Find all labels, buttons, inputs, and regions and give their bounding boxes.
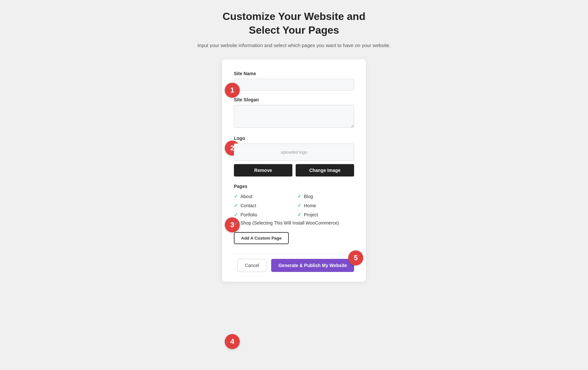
logo-section: 3 Logo uploaded logo Remove Change Image <box>234 136 354 177</box>
site-name-label: Site Name <box>234 71 354 76</box>
check-icon-about: ✓ <box>234 193 238 199</box>
step-4-bubble: 4 <box>225 334 240 349</box>
page-item-project[interactable]: ✓ Project <box>297 212 354 218</box>
page-label-blog: Blog <box>304 194 313 199</box>
check-icon-home: ✓ <box>297 203 302 209</box>
page-header: Customize Your Website and Select Your P… <box>197 10 390 49</box>
form-card: 1 Site Name 2 Site Slogan 3 Logo uploade… <box>222 59 366 282</box>
pages-section: 4 Pages ✓ About ✓ Blog ✓ Contact ✓ Home <box>234 184 354 247</box>
check-icon-project: ✓ <box>297 212 302 218</box>
logo-buttons: Remove Change Image <box>234 164 354 177</box>
page-item-contact[interactable]: ✓ Contact <box>234 203 291 209</box>
page-label-portfolio: Portfolio <box>240 212 257 217</box>
page-item-shop[interactable]: ✓ Shop (Selecting This Will Install WooC… <box>234 220 354 227</box>
step-1-bubble: 1 <box>225 83 240 98</box>
site-slogan-section: 2 Site Slogan <box>234 97 354 129</box>
check-icon-blog: ✓ <box>297 193 302 199</box>
remove-button[interactable]: Remove <box>234 164 292 177</box>
site-slogan-label: Site Slogan <box>234 97 354 102</box>
page-label-shop: Shop (Selecting This Will Install WooCom… <box>240 220 339 226</box>
check-icon-shop: ✓ <box>234 221 238 227</box>
add-custom-page-button[interactable]: Add A Custom Page <box>234 232 289 244</box>
page-title: Customize Your Website and Select Your P… <box>197 10 390 37</box>
page-item-portfolio[interactable]: ✓ Portfolio <box>234 212 291 218</box>
page-label-contact: Contact <box>240 203 256 208</box>
pages-label: Pages <box>234 184 354 189</box>
logo-preview-text: uploaded logo <box>281 150 307 155</box>
change-image-button[interactable]: Change Image <box>296 164 354 177</box>
page-subtitle: Input your website information and selec… <box>197 42 390 49</box>
cancel-button[interactable]: Cancel <box>237 259 267 272</box>
step-5-bubble: 5 <box>348 250 363 265</box>
page-item-home[interactable]: ✓ Home <box>297 203 354 209</box>
page-item-blog[interactable]: ✓ Blog <box>297 193 354 199</box>
form-card-wrapper: 1 Site Name 2 Site Slogan 3 Logo uploade… <box>222 56 366 282</box>
site-name-section: 1 Site Name <box>234 71 354 91</box>
check-icon-portfolio: ✓ <box>234 212 238 218</box>
site-slogan-input[interactable] <box>234 105 354 128</box>
logo-label: Logo <box>234 136 354 141</box>
page-label-about: About <box>240 194 253 199</box>
pages-grid: ✓ About ✓ Blog ✓ Contact ✓ Home ✓ Port <box>234 193 354 218</box>
check-icon-contact: ✓ <box>234 203 238 209</box>
site-name-input[interactable] <box>234 79 354 91</box>
form-footer: 5 Cancel Generate & Publish My Website <box>234 254 354 272</box>
publish-button[interactable]: Generate & Publish My Website <box>271 259 354 272</box>
page-item-about[interactable]: ✓ About <box>234 193 291 199</box>
page-label-project: Project <box>304 212 318 217</box>
logo-preview: uploaded logo <box>234 143 354 161</box>
page-label-home: Home <box>304 203 316 208</box>
